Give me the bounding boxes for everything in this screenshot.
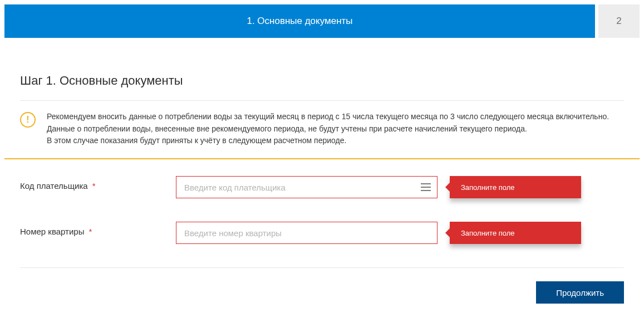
step-tab-1[interactable]: 1. Основные документы (4, 4, 595, 38)
divider (20, 100, 624, 101)
required-mark: * (89, 227, 92, 236)
payer-code-input[interactable] (176, 176, 437, 198)
notice-line-1: Рекомендуем вносить данные о потреблении… (47, 111, 609, 123)
step-tab-1-label: 1. Основные документы (247, 16, 352, 27)
continue-button[interactable]: Продолжить (536, 281, 624, 304)
error-payer-code: Заполните поле (450, 176, 581, 198)
step-tabs: 1. Основные документы 2 (0, 0, 644, 38)
form-panel: Шаг 1. Основные документы ! Рекомендуем … (4, 59, 640, 318)
required-mark: * (92, 181, 96, 191)
input-wrap-apartment (176, 222, 437, 244)
exclamation-icon: ! (20, 112, 36, 128)
row-payer-code: Код плательщика * Заполните поле (20, 176, 624, 198)
label-payer-code: Код плательщика * (20, 176, 176, 191)
label-apartment: Номер квартиры * (20, 222, 176, 236)
notice-block: ! Рекомендуем вносить данные о потреблен… (20, 111, 624, 158)
row-apartment: Номер квартиры * Заполните поле (20, 222, 624, 244)
menu-icon[interactable] (421, 183, 431, 191)
step-tab-2-label: 2 (616, 16, 621, 27)
error-apartment: Заполните поле (450, 222, 581, 244)
notice-separator (4, 158, 640, 159)
notice-line-3: В этом случае показания будут приняты к … (47, 135, 609, 147)
apartment-input[interactable] (176, 222, 437, 244)
notice-line-2: Данные о потреблении воды, внесенные вне… (47, 123, 609, 135)
divider (20, 267, 624, 268)
panel-title: Шаг 1. Основные документы (20, 74, 624, 88)
notice-text: Рекомендуем вносить данные о потреблении… (47, 111, 609, 147)
step-tab-2[interactable]: 2 (598, 4, 640, 38)
actions-bar: Продолжить (20, 281, 624, 304)
input-wrap-payer-code (176, 176, 437, 198)
